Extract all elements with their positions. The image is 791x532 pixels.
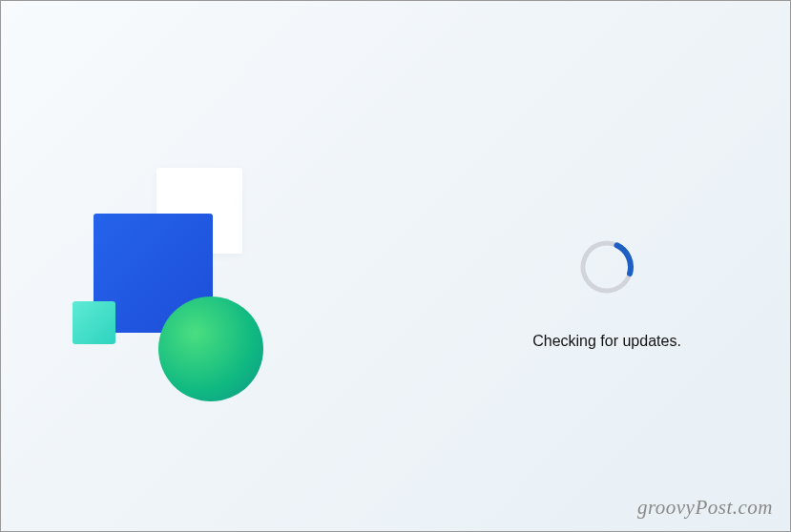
update-status-text: Checking for updates. bbox=[532, 333, 681, 350]
decorative-shapes-group bbox=[73, 168, 311, 406]
loading-spinner-icon bbox=[579, 239, 635, 295]
update-status-section: Checking for updates. bbox=[483, 239, 731, 350]
teal-small-square-icon bbox=[73, 301, 115, 344]
watermark-text: groovyPost.com bbox=[637, 496, 773, 520]
teal-circle-icon bbox=[158, 297, 263, 401]
